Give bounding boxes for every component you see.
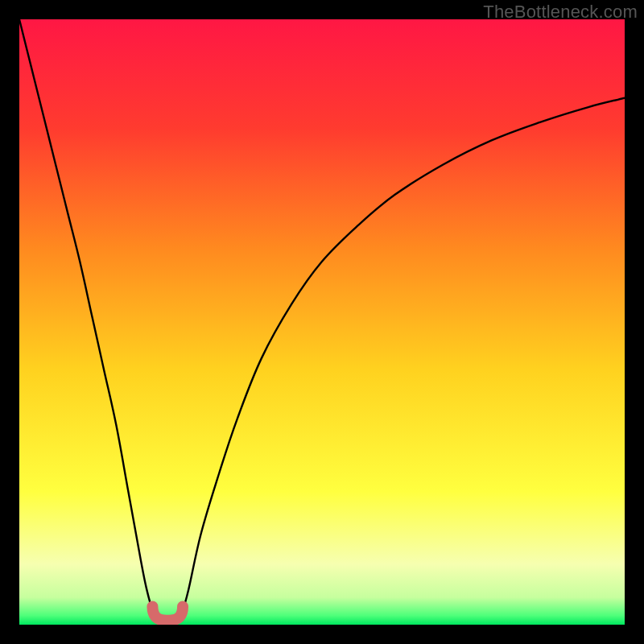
chart-container: TheBottleneck.com <box>0 0 644 644</box>
watermark-text: TheBottleneck.com <box>483 2 638 23</box>
bottleneck-chart <box>19 19 625 625</box>
gradient-background <box>19 19 625 625</box>
